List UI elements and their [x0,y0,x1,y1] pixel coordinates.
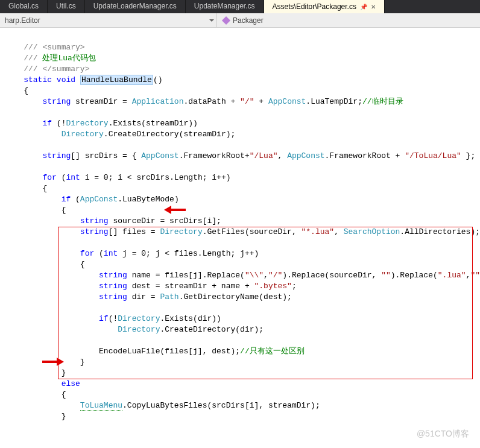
member-dropdown[interactable]: Packager [217,16,268,25]
code-line: { [5,260,85,269]
code-line [5,162,10,171]
code-line [5,108,10,117]
code-line: string name = files[j].Replace("\\","/")… [5,271,480,280]
code-line [5,238,10,247]
close-icon[interactable]: ✕ [371,4,376,10]
pin-icon[interactable]: 📌 [360,4,367,10]
code-line: { [5,86,28,95]
tab-global[interactable]: Global.cs [0,0,48,13]
code-line: if (AppConst.LuaByteMode) [5,195,179,204]
code-line: if(!Directory.Exists(dir)) [5,314,221,323]
tab-active-label: Assets\Editor\Packager.cs [273,2,356,11]
code-line: Directory.CreateDirectory(dir); [5,325,264,334]
code-line: /// </summary> [5,65,89,74]
method-icon [222,16,230,25]
member-label: Packager [233,16,264,25]
code-line: } [5,368,66,377]
tab-util[interactable]: Util.cs [48,0,85,13]
code-line [5,140,10,150]
code-line: string dest = streamDir + name + ".bytes… [5,282,297,291]
tab-packager[interactable]: Assets\Editor\Packager.cs 📌 ✕ [264,0,385,13]
code-line [5,303,10,312]
code-line: /// <summary> [5,43,85,52]
code-line: EncodeLuaFile(files[j], dest);//只有这一处区别 [5,347,305,356]
code-line: static void HandleLuaBundle() [5,75,163,85]
code-line: string streamDir = Application.dataPath … [5,97,403,106]
tab-updateloader[interactable]: UpdateLoaderManager.cs [85,0,186,13]
code-line: if (!Directory.Exists(streamDir)) [5,119,198,128]
code-line: } [5,412,66,421]
namespace-dropdown[interactable]: harp.Editor [0,13,217,27]
code-editor[interactable]: /// <summary> /// 处理Lua代码包 /// </summary… [0,28,480,448]
namespace-label: harp.Editor [5,16,40,25]
tab-updatemanager[interactable]: UpdateManager.cs [186,0,264,13]
code-line: { [5,206,66,215]
code-line: for (int i = 0; i < srcDirs.Length; i++) [5,173,230,182]
tab-bar: Global.cs Util.cs UpdateLoaderManager.cs… [0,0,480,13]
code-line: string dir = Path.GetDirectoryName(dest)… [5,292,292,301]
code-line: ToLuaMenu.CopyLuaBytesFiles(srcDirs[i], … [5,401,320,411]
code-line: string[] srcDirs = { AppConst.FrameworkR… [5,151,475,160]
code-line: Directory.CreateDirectory(streamDir); [5,130,235,139]
code-line [5,336,10,345]
code-line: /// 处理Lua代码包 [5,54,96,63]
code-line: else [5,379,80,388]
code-line: for (int j = 0; j < files.Length; j++) [5,249,259,258]
code-line: { [5,184,47,193]
code-line: } [5,358,85,367]
code-line: string[] files = Directory.GetFiles(sour… [5,227,480,236]
code-line: { [5,390,66,399]
nav-bar: harp.Editor Packager [0,13,480,28]
code-line: string sourceDir = srcDirs[i]; [5,216,221,226]
